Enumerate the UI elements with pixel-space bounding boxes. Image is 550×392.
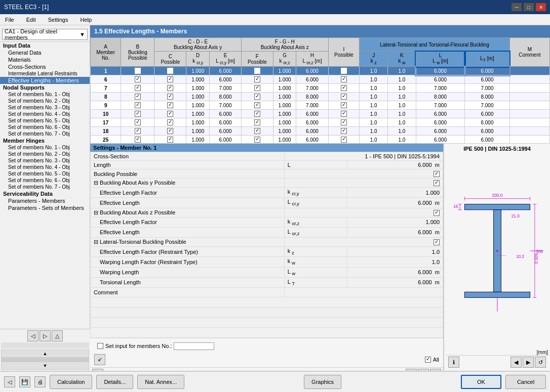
sidebar-nav-forward[interactable]: ▷ bbox=[40, 330, 51, 341]
settings-cb-lateral[interactable] bbox=[284, 238, 443, 247]
cell-ltposs[interactable] bbox=[328, 110, 360, 118]
cs-prev-button[interactable]: ◀ bbox=[510, 357, 522, 368]
cell-bposs[interactable] bbox=[121, 67, 154, 75]
sidebar-nav-up[interactable]: △ bbox=[52, 330, 63, 341]
cell-bzposs[interactable] bbox=[241, 67, 273, 75]
sidebar-item-hinge-set2[interactable]: Set of members No. 2 - Obj bbox=[0, 151, 90, 157]
sidebar-item-params-members[interactable]: Parameters - Members bbox=[0, 197, 90, 204]
cell-bzposs[interactable] bbox=[241, 136, 273, 144]
cell-ltposs[interactable] bbox=[328, 67, 360, 75]
cell-bzposs[interactable] bbox=[241, 118, 273, 127]
sidebar-item-general-data[interactable]: General Data bbox=[0, 49, 90, 56]
sidebar-item-nodal-set5[interactable]: Set of members No. 5 - Obj bbox=[0, 117, 90, 124]
sidebar-item-nodal-set3[interactable]: Set of members No. 3 - Obj bbox=[0, 104, 90, 111]
sidebar-item-hinge-set7[interactable]: Set of members No. 7 - Obj bbox=[0, 184, 90, 190]
cell-bzposs[interactable] bbox=[241, 110, 273, 118]
settings-value-comment[interactable] bbox=[284, 287, 443, 297]
toolbar-print-button[interactable]: 🖨 bbox=[34, 376, 46, 387]
cancel-button[interactable]: Cancel bbox=[505, 375, 546, 389]
cell-ltposs[interactable] bbox=[328, 93, 360, 101]
toolbar-save-button[interactable]: 💾 bbox=[19, 376, 30, 387]
cell-bposs[interactable] bbox=[121, 110, 154, 118]
sidebar-item-nodal-set7[interactable]: Set of members No. 7 - Obj bbox=[0, 130, 90, 137]
cell-byposs[interactable] bbox=[154, 118, 186, 127]
prev-button[interactable]: ◀ bbox=[406, 369, 417, 371]
table-row[interactable]: 61.0006.0001.0006.0001.01.06.0006.000 bbox=[91, 75, 550, 84]
info-button[interactable]: ℹ bbox=[92, 369, 103, 371]
cell-bposs[interactable] bbox=[121, 93, 154, 101]
sidebar-item-cross-sections[interactable]: Cross-Sections bbox=[0, 63, 90, 70]
table-row[interactable]: 251.0006.0001.0006.0001.01.06.0006.000 bbox=[91, 136, 550, 144]
cell-byposs[interactable] bbox=[154, 93, 186, 101]
next-button[interactable]: ▶ bbox=[418, 369, 429, 371]
cell-bzposs[interactable] bbox=[241, 127, 273, 136]
sidebar-item-hinge-set4[interactable]: Set of members No. 4 - Obj bbox=[0, 164, 90, 170]
cell-byposs[interactable] bbox=[154, 136, 186, 144]
cell-byposs[interactable] bbox=[154, 84, 186, 93]
settings-cb-axis-y[interactable] bbox=[284, 179, 443, 188]
cell-ltposs[interactable] bbox=[328, 75, 360, 84]
sidebar-nav-back[interactable]: ◁ bbox=[27, 330, 38, 341]
cs-refresh-button[interactable]: ↺ bbox=[535, 357, 546, 368]
menu-edit[interactable]: Edit bbox=[23, 16, 39, 24]
sidebar-scroll-down[interactable]: ▼ bbox=[1, 362, 89, 370]
cell-bzposs[interactable] bbox=[241, 75, 273, 84]
all-checkbox[interactable] bbox=[425, 357, 431, 363]
sidebar-scroll-thumb[interactable] bbox=[1, 358, 89, 362]
comment-input[interactable] bbox=[288, 289, 440, 296]
cell-bposs[interactable] bbox=[121, 118, 154, 127]
menu-file[interactable]: File bbox=[2, 16, 17, 24]
sidebar-scrollbar[interactable] bbox=[1, 342, 89, 349]
menu-help[interactable]: Help bbox=[77, 16, 95, 24]
axis-z-checkbox[interactable] bbox=[434, 210, 440, 216]
sidebar-item-hinge-set6[interactable]: Set of members No. 6 - Obj bbox=[0, 177, 90, 184]
lateral-checkbox[interactable] bbox=[434, 239, 440, 245]
table-row[interactable]: 171.0006.0001.0006.0001.01.06.0006.000 bbox=[91, 118, 550, 127]
sidebar-item-serviceability[interactable]: Serviceability Data bbox=[0, 190, 90, 197]
menu-settings[interactable]: Settings bbox=[45, 16, 71, 24]
table-row[interactable]: 101.0006.0001.0006.0001.01.06.0006.000 bbox=[91, 110, 550, 118]
table-row[interactable]: 71.0007.0001.0007.0001.01.07.0007.000 bbox=[91, 84, 550, 93]
cell-bzposs[interactable] bbox=[241, 84, 273, 93]
close-button[interactable]: ✕ bbox=[536, 3, 546, 11]
sidebar-item-nodal-set6[interactable]: Set of members No. 6 - Obj bbox=[0, 124, 90, 130]
details-button[interactable]: Details... bbox=[96, 375, 133, 389]
cell-ltposs[interactable] bbox=[328, 101, 360, 110]
nav-combo[interactable]: CA1 - Design of steel members ▼ bbox=[2, 29, 88, 40]
cell-bposs[interactable] bbox=[121, 84, 154, 93]
sidebar-item-hinge-set3[interactable]: Set of members No. 3 - Obj bbox=[0, 157, 90, 164]
cell-byposs[interactable] bbox=[154, 67, 186, 75]
sidebar-item-nodal-set2[interactable]: Set of members No. 2 - Obj bbox=[0, 98, 90, 104]
settings-cb-axis-z[interactable] bbox=[284, 208, 443, 217]
table-row[interactable]: 181.0006.0001.0006.0001.01.06.0006.000 bbox=[91, 127, 550, 136]
cell-bposs[interactable] bbox=[121, 75, 154, 84]
toolbar-back-button[interactable]: ◁ bbox=[4, 376, 15, 387]
cell-byposs[interactable] bbox=[154, 127, 186, 136]
cell-bposs[interactable] bbox=[121, 101, 154, 110]
bottom-icon-1[interactable]: ↙ bbox=[94, 354, 105, 365]
sidebar-item-hinge-set5[interactable]: Set of members No. 5 - Obj bbox=[0, 170, 90, 177]
sidebar-item-materials[interactable]: Materials bbox=[0, 56, 90, 63]
cell-byposs[interactable] bbox=[154, 110, 186, 118]
calculation-button[interactable]: Calculation bbox=[50, 375, 92, 389]
sidebar-item-intermediate-lateral[interactable]: Intermediate Lateral Restraints bbox=[0, 70, 90, 77]
set-input-checkbox[interactable] bbox=[97, 343, 103, 349]
sidebar-item-effective-lengths[interactable]: Effective Lengths - Members bbox=[0, 77, 90, 84]
cs-next-button[interactable]: ▶ bbox=[523, 357, 534, 368]
sidebar-item-input-data[interactable]: Input Data bbox=[0, 42, 90, 49]
axis-y-checkbox[interactable] bbox=[434, 180, 440, 186]
cell-byposs[interactable] bbox=[154, 75, 186, 84]
minimize-button[interactable]: ─ bbox=[512, 3, 522, 11]
cell-bzposs[interactable] bbox=[241, 101, 273, 110]
table-row[interactable]: 81.0008.0001.0008.0001.01.08.0008.000 bbox=[91, 93, 550, 101]
cell-ltposs[interactable] bbox=[328, 84, 360, 93]
table-row[interactable]: 11.0006.0001.0006.0001.01.06.0006.000 bbox=[91, 67, 550, 75]
cs-info-button[interactable]: ℹ bbox=[448, 357, 459, 368]
nat-annex-button[interactable]: Nat. Annex... bbox=[137, 375, 184, 389]
cell-bposs[interactable] bbox=[121, 136, 154, 144]
cell-bzposs[interactable] bbox=[241, 93, 273, 101]
refresh-button[interactable]: ↺ bbox=[430, 369, 441, 371]
cell-bposs[interactable] bbox=[121, 127, 154, 136]
table-row[interactable]: 91.0007.0001.0007.0001.01.07.0007.000 bbox=[91, 101, 550, 110]
cell-byposs[interactable] bbox=[154, 101, 186, 110]
